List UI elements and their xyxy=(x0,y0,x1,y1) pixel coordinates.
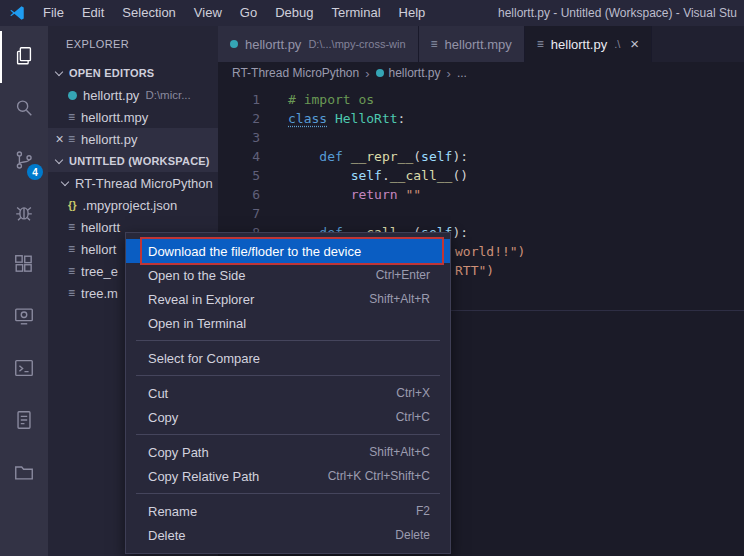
close-icon[interactable]: × xyxy=(630,37,639,51)
activity-search[interactable] xyxy=(0,83,48,135)
context-menu-item[interactable]: Select for Compare xyxy=(126,346,450,370)
close-icon[interactable]: × xyxy=(53,133,66,146)
code-token xyxy=(343,149,351,164)
context-menu-item[interactable]: DeleteDelete xyxy=(126,523,450,547)
breadcrumb-file[interactable]: hellortt.py xyxy=(389,66,441,80)
code-text: def __repr__(self): xyxy=(288,147,744,166)
line-number: 2 xyxy=(218,109,288,128)
menu-item-label: Cut xyxy=(148,386,378,401)
activity-terminal[interactable] xyxy=(0,343,48,395)
breadcrumb-folder[interactable]: RT-Thread MicroPython xyxy=(232,66,359,80)
search-icon xyxy=(13,97,35,122)
open-editor-item[interactable]: ×≡hellortt.py xyxy=(48,128,218,150)
window-title: hellortt.py - Untitled (Workspace) - Vis… xyxy=(498,0,737,26)
menu-item-label: Copy xyxy=(148,410,378,425)
file-icon: ≡ xyxy=(431,37,438,51)
breadcrumb-symbol[interactable]: ... xyxy=(457,66,467,80)
menu-item-shortcut: Shift+Alt+C xyxy=(369,445,430,459)
code-token xyxy=(327,111,335,126)
python-file-icon xyxy=(68,91,77,100)
context-menu-item[interactable]: RenameF2 xyxy=(126,499,450,523)
context-menu-item[interactable]: Copy Relative PathCtrl+K Ctrl+Shift+C xyxy=(126,464,450,488)
vscode-logo-icon xyxy=(8,4,26,22)
code-token: self xyxy=(351,168,382,183)
breadcrumb[interactable]: RT-Thread MicroPython › hellortt.py › ..… xyxy=(218,62,744,84)
context-menu-item[interactable]: CutCtrl+X xyxy=(126,381,450,405)
workspace-header[interactable]: UNTITLED (WORKSPACE) xyxy=(48,150,218,172)
menu-file[interactable]: File xyxy=(34,0,73,26)
file-icon: ≡ xyxy=(68,110,75,124)
code-token: "" xyxy=(405,187,421,202)
file-icon: ≡ xyxy=(68,242,75,256)
menu-edit[interactable]: Edit xyxy=(73,0,113,26)
menu-selection[interactable]: Selection xyxy=(113,0,184,26)
chevron-down-icon xyxy=(61,177,69,185)
code-text xyxy=(288,128,744,147)
menu-terminal[interactable]: Terminal xyxy=(322,0,389,26)
context-menu-item[interactable]: Open to the SideCtrl+Enter xyxy=(126,263,450,287)
code-text: # import os xyxy=(288,90,744,109)
activity-bar: 4 xyxy=(0,26,48,556)
json-file-icon: {} xyxy=(68,199,77,211)
activity-extensions[interactable] xyxy=(0,239,48,291)
code-token: ): xyxy=(452,225,468,240)
open-editors-list: hellortt.pyD:\micr...≡hellortt.mpy×≡hell… xyxy=(48,84,218,150)
menu-item-shortcut: Ctrl+X xyxy=(396,386,430,400)
line-number: 7 xyxy=(218,204,288,223)
code-text: class HelloRtt: xyxy=(288,109,744,128)
chevron-right-icon: › xyxy=(365,66,369,81)
file-icon: ≡ xyxy=(68,220,75,234)
code-line: 5 self.__call__() xyxy=(218,166,744,185)
menu-item-label: Reveal in Explorer xyxy=(148,292,351,307)
menu-item-shortcut: Ctrl+Enter xyxy=(376,268,430,282)
line-number: 6 xyxy=(218,185,288,204)
context-menu-item[interactable]: Reveal in ExplorerShift+Alt+R xyxy=(126,287,450,311)
menu-separator xyxy=(136,493,440,494)
activity-device[interactable] xyxy=(0,291,48,343)
menu-debug[interactable]: Debug xyxy=(266,0,322,26)
file-icon: ≡ xyxy=(68,264,75,278)
code-token: # import os xyxy=(288,92,374,107)
tab-label: hellortt.mpy xyxy=(445,37,512,52)
chevron-down-icon xyxy=(55,67,63,75)
tree-file-item[interactable]: {}.mpyproject.json xyxy=(48,194,218,216)
file-name: hellortt.py xyxy=(81,132,137,147)
terminal-icon xyxy=(13,357,35,382)
files-icon xyxy=(13,45,35,70)
context-menu-item[interactable]: Download the file/floder to the device xyxy=(126,239,450,263)
code-text xyxy=(288,204,744,223)
activity-source-control[interactable]: 4 xyxy=(0,135,48,187)
menu-go[interactable]: Go xyxy=(231,0,266,26)
open-editor-item[interactable]: ≡hellortt.mpy xyxy=(48,106,218,128)
menu-item-label: Copy Path xyxy=(148,445,351,460)
tab-hellortt-py-local[interactable]: hellortt.py D:\...\mpy-cross-win xyxy=(218,26,419,62)
menu-item-label: Open to the Side xyxy=(148,268,358,283)
activity-debug[interactable] xyxy=(0,187,48,239)
menu-item-label: Delete xyxy=(148,528,377,543)
tab-hellortt-py-device[interactable]: ≡ hellortt.py .\ × xyxy=(525,26,652,62)
chevron-right-icon: › xyxy=(447,66,451,81)
open-editors-header[interactable]: OPEN EDITORS xyxy=(48,62,218,84)
context-menu-item[interactable]: Copy PathShift+Alt+C xyxy=(126,440,450,464)
open-editor-item[interactable]: hellortt.pyD:\micr... xyxy=(48,84,218,106)
activity-folder[interactable] xyxy=(0,447,48,499)
folder-rt-thread-micropython[interactable]: RT-Thread MicroPython xyxy=(48,172,218,194)
code-token: ( xyxy=(413,149,421,164)
code-token: __call__ xyxy=(390,168,453,183)
code-token: ): xyxy=(452,149,468,164)
code-text: return "" xyxy=(288,185,744,204)
menu-item-label: Copy Relative Path xyxy=(148,469,310,484)
line-number: 3 xyxy=(218,128,288,147)
menu-view[interactable]: View xyxy=(185,0,231,26)
activity-explorer[interactable] xyxy=(0,31,48,83)
menu-help[interactable]: Help xyxy=(390,0,435,26)
tab-hellortt-mpy[interactable]: ≡ hellortt.mpy xyxy=(419,26,525,62)
tab-path: .\ xyxy=(614,38,620,50)
context-menu-item[interactable]: CopyCtrl+C xyxy=(126,405,450,429)
workspace-label: UNTITLED (WORKSPACE) xyxy=(69,155,210,167)
menu-item-shortcut: Shift+Alt+R xyxy=(369,292,430,306)
code-line: 4 def __repr__(self): xyxy=(218,147,744,166)
context-menu-item[interactable]: Open in Terminal xyxy=(126,311,450,335)
open-editors-label: OPEN EDITORS xyxy=(69,67,154,79)
activity-notes[interactable] xyxy=(0,395,48,447)
